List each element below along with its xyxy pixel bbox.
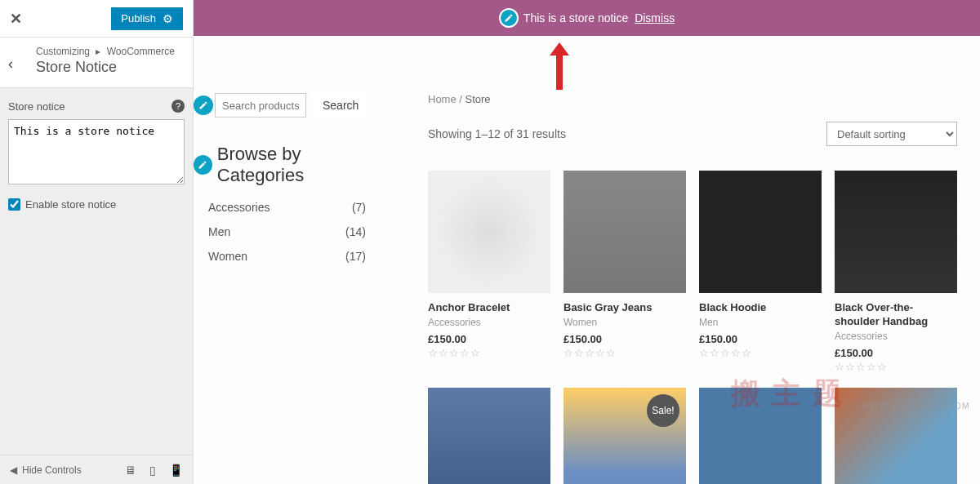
sidebar-top-bar: ✕ Publish ⚙ bbox=[0, 0, 193, 38]
shop-breadcrumb: Home / Store bbox=[428, 93, 957, 105]
product-price: £150.00 bbox=[564, 333, 686, 345]
section-title: Store Notice bbox=[36, 59, 181, 76]
panel-body: Store notice ? Enable store notice bbox=[0, 88, 193, 222]
edit-shortcut-icon[interactable] bbox=[499, 8, 519, 28]
product-card[interactable]: Sale! bbox=[564, 388, 686, 484]
category-item[interactable]: Accessories(7) bbox=[208, 201, 366, 214]
breadcrumb: Customizing ▸ WooCommerce bbox=[36, 46, 181, 57]
mobile-icon[interactable]: 📱 bbox=[169, 464, 183, 477]
back-icon[interactable]: ‹ bbox=[8, 56, 13, 73]
shop-content: Search Browse by Categories Accessories(… bbox=[194, 93, 980, 484]
product-image bbox=[699, 388, 822, 484]
crumb-home[interactable]: Home bbox=[428, 93, 457, 105]
section-header: ‹ Customizing ▸ WooCommerce Store Notice bbox=[0, 38, 193, 88]
product-price: £150.00 bbox=[835, 347, 957, 359]
product-card[interactable] bbox=[835, 388, 957, 484]
product-title: Black Over-the-shoulder Handbag bbox=[835, 301, 957, 329]
category-count: (17) bbox=[345, 250, 366, 263]
gear-icon[interactable]: ⚙ bbox=[163, 12, 173, 25]
product-image bbox=[428, 171, 550, 293]
search-input[interactable] bbox=[215, 93, 306, 118]
product-category: Women bbox=[564, 317, 686, 328]
product-image bbox=[699, 171, 822, 293]
category-item[interactable]: Women(17) bbox=[208, 250, 366, 263]
category-name: Accessories bbox=[208, 201, 270, 214]
enable-notice-label: Enable store notice bbox=[25, 198, 116, 211]
store-notice-bar: This is a store notice Dismiss bbox=[194, 0, 980, 36]
enable-notice-row: Enable store notice bbox=[8, 198, 185, 211]
product-image bbox=[835, 388, 957, 484]
results-row: Showing 1–12 of 31 results Default sorti… bbox=[428, 122, 957, 146]
star-rating-icon: ☆☆☆☆☆ bbox=[699, 347, 822, 359]
category-count: (7) bbox=[352, 201, 366, 214]
publish-button[interactable]: Publish ⚙ bbox=[111, 7, 183, 30]
product-title: Basic Gray Jeans bbox=[564, 301, 686, 315]
device-preview-switcher: 🖥 ▯ 📱 bbox=[125, 464, 183, 477]
product-price: £150.00 bbox=[428, 333, 550, 345]
help-icon[interactable]: ? bbox=[172, 100, 185, 113]
category-item[interactable]: Men(14) bbox=[208, 225, 366, 238]
browse-header: Browse by Categories bbox=[194, 144, 384, 186]
notice-label: Store notice bbox=[8, 100, 65, 113]
dismiss-link[interactable]: Dismiss bbox=[635, 11, 675, 24]
store-notice-text: This is a store notice bbox=[523, 11, 628, 24]
product-price: £150.00 bbox=[699, 333, 822, 345]
browse-title: Browse by Categories bbox=[217, 144, 384, 186]
edit-shortcut-icon[interactable] bbox=[194, 155, 212, 175]
hide-controls-label: Hide Controls bbox=[22, 464, 82, 476]
product-card[interactable]: Basic Gray Jeans Women £150.00 ☆☆☆☆☆ bbox=[564, 171, 686, 373]
product-card[interactable] bbox=[428, 388, 550, 484]
shop-main: Home / Store Showing 1–12 of 31 results … bbox=[384, 93, 964, 484]
site-preview: This is a store notice Dismiss Search Br… bbox=[194, 0, 980, 484]
sort-select[interactable]: Default sorting bbox=[826, 122, 957, 146]
product-category: Men bbox=[699, 317, 822, 328]
store-notice-textarea[interactable] bbox=[8, 119, 185, 184]
product-title: Black Hoodie bbox=[699, 301, 822, 315]
star-rating-icon: ☆☆☆☆☆ bbox=[564, 347, 686, 359]
product-image: Sale! bbox=[564, 388, 686, 484]
publish-label: Publish bbox=[121, 12, 156, 24]
crumb-current: Store bbox=[466, 93, 491, 105]
category-name: Women bbox=[208, 250, 247, 263]
breadcrumb-mid: WooCommerce bbox=[107, 46, 175, 57]
product-card[interactable]: Black Hoodie Men £150.00 ☆☆☆☆☆ bbox=[699, 171, 822, 373]
product-search: Search bbox=[194, 93, 384, 118]
category-list: Accessories(7) Men(14) Women(17) bbox=[194, 201, 384, 263]
product-title: Anchor Bracelet bbox=[428, 301, 550, 315]
category-name: Men bbox=[208, 225, 230, 238]
product-category: Accessories bbox=[835, 331, 957, 342]
shop-sidebar: Search Browse by Categories Accessories(… bbox=[194, 93, 384, 484]
product-grid: Anchor Bracelet Accessories £150.00 ☆☆☆☆… bbox=[428, 171, 957, 484]
sidebar-footer: ◀ Hide Controls 🖥 ▯ 📱 bbox=[0, 455, 193, 484]
product-image bbox=[428, 388, 550, 484]
chevron-right-icon: ▸ bbox=[96, 46, 100, 57]
collapse-icon: ◀ bbox=[10, 464, 17, 476]
customizer-sidebar: ✕ Publish ⚙ ‹ Customizing ▸ WooCommerce … bbox=[0, 0, 194, 484]
result-count: Showing 1–12 of 31 results bbox=[428, 127, 566, 140]
close-icon[interactable]: ✕ bbox=[10, 10, 22, 28]
breadcrumb-root: Customizing bbox=[36, 46, 90, 57]
edit-shortcut-icon[interactable] bbox=[194, 95, 213, 115]
product-image bbox=[564, 171, 686, 293]
tablet-icon[interactable]: ▯ bbox=[149, 464, 156, 477]
product-card[interactable]: Black Over-the-shoulder Handbag Accessor… bbox=[835, 171, 957, 373]
search-button[interactable]: Search bbox=[311, 93, 370, 118]
annotation-arrow-icon bbox=[550, 42, 569, 90]
product-category: Accessories bbox=[428, 317, 550, 328]
product-image bbox=[835, 171, 957, 293]
sale-badge: Sale! bbox=[647, 394, 679, 427]
notice-label-row: Store notice ? bbox=[8, 100, 185, 113]
star-rating-icon: ☆☆☆☆☆ bbox=[428, 347, 550, 359]
category-count: (14) bbox=[345, 225, 366, 238]
desktop-icon[interactable]: 🖥 bbox=[125, 464, 136, 477]
product-card[interactable]: Anchor Bracelet Accessories £150.00 ☆☆☆☆… bbox=[428, 171, 550, 373]
product-card[interactable] bbox=[699, 388, 822, 484]
hide-controls-button[interactable]: ◀ Hide Controls bbox=[10, 464, 82, 476]
enable-notice-checkbox[interactable] bbox=[8, 198, 20, 211]
star-rating-icon: ☆☆☆☆☆ bbox=[835, 361, 957, 373]
